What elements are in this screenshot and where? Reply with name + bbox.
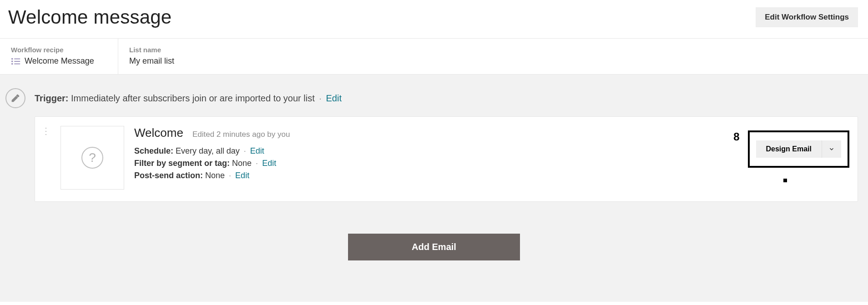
question-mark-icon: ? [81,147,103,169]
svg-point-2 [11,60,13,62]
annotation-marker: 8 [733,130,739,143]
email-title: Welcome [134,126,183,140]
email-card-actions: 8 Design Email [733,126,849,190]
workflow-recipe-cell: Workflow recipe Welcome Message [0,39,118,74]
schedule-edit-link[interactable]: Edit [250,146,264,155]
page-header: Welcome message Edit Workflow Settings [0,0,868,39]
postsend-edit-link[interactable]: Edit [235,171,249,180]
list-name-value: My email list [129,56,226,66]
email-card-body: Welcome Edited 2 minutes ago by you Sche… [134,126,723,190]
trigger-prefix: Trigger: [35,93,68,103]
trigger-text: Trigger: Immediately after subscribers j… [35,93,342,104]
page-title: Welcome message [8,6,172,28]
svg-point-4 [11,63,13,65]
meta-bar: Workflow recipe Welcome Message List nam… [0,39,868,75]
svg-rect-3 [14,61,20,62]
drag-handle-icon[interactable]: ⋮ [41,126,50,190]
separator: · [317,93,323,103]
email-edited-meta: Edited 2 minutes ago by you [192,130,290,139]
highlight-box: Design Email [748,130,849,168]
workflow-canvas: Trigger: Immediately after subscribers j… [0,75,868,302]
workflow-list-icon [11,57,21,65]
filter-edit-link[interactable]: Edit [262,159,276,168]
trigger-edit-link[interactable]: Edit [326,93,341,103]
add-email-button[interactable]: Add Email [348,234,520,260]
workflow-recipe-label: Workflow recipe [11,46,107,54]
workflow-recipe-value: Welcome Message [25,56,94,66]
edit-workflow-settings-button[interactable]: Edit Workflow Settings [756,7,858,27]
email-thumbnail: ? [61,126,124,190]
list-name-cell: List name My email list [118,39,237,74]
schedule-line: Schedule: Every day, all day · Edit [134,146,723,156]
svg-point-0 [11,58,13,60]
trigger-description: Immediately after subscribers join or ar… [71,93,315,103]
svg-rect-1 [14,58,20,59]
chevron-down-icon [828,146,835,152]
edit-trigger-icon[interactable] [5,88,25,108]
list-name-label: List name [129,46,226,54]
svg-rect-5 [14,63,20,64]
email-card: ⋮ ? Welcome Edited 2 minutes ago by you … [35,116,858,202]
design-email-button[interactable]: Design Email [756,140,822,158]
design-email-dropdown-button[interactable] [822,140,841,158]
filter-line: Filter by segment or tag: None · Edit [134,159,723,168]
postsend-line: Post-send action: None · Edit [134,171,723,180]
add-email-wrap: Add Email [5,234,863,260]
trigger-row: Trigger: Immediately after subscribers j… [5,85,863,116]
annotation-dot [783,179,787,182]
